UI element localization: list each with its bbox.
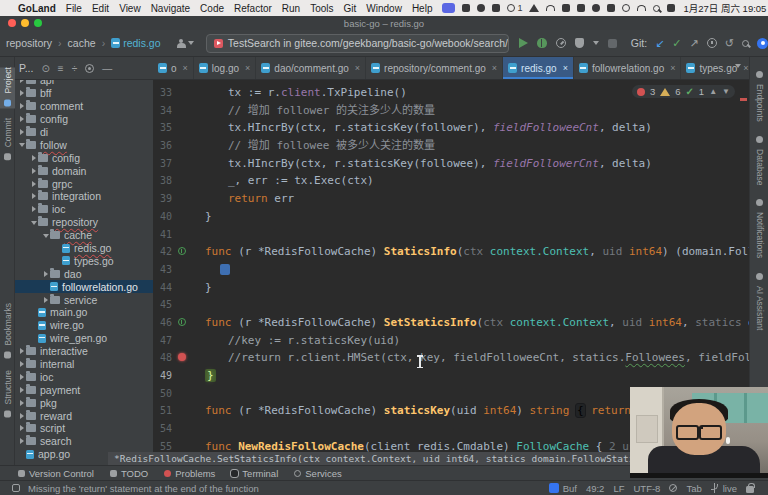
code-line[interactable]: 35tx.HIncrBy(ctx, r.staticsKey(follower)… xyxy=(153,119,749,137)
tree-row-interactive[interactable]: interactive xyxy=(15,345,153,358)
tree-row-ioc[interactable]: ioc xyxy=(15,203,153,216)
paw-icon[interactable] xyxy=(492,4,500,12)
menu-item-navigate[interactable]: Navigate xyxy=(151,3,190,14)
expand-arrow-icon[interactable] xyxy=(17,102,26,111)
tool-stripe-endpoints[interactable]: Endpoints xyxy=(750,69,768,122)
run-button[interactable] xyxy=(519,38,528,48)
record-icon[interactable] xyxy=(592,4,600,12)
inspection-status-icon[interactable] xyxy=(12,484,20,492)
code-line[interactable]: 37tx.HIncrBy(ctx, r.staticsKey(followee)… xyxy=(153,155,749,173)
expand-arrow-icon[interactable] xyxy=(41,295,50,304)
tool-stripe-project[interactable]: Project xyxy=(0,67,15,108)
code-line[interactable]: 44} xyxy=(153,279,749,297)
tab-dao-comment-go[interactable]: dao/comment.go× xyxy=(256,57,366,79)
profile-icon[interactable] xyxy=(177,39,184,48)
divider-icon[interactable]: ÷ xyxy=(72,63,78,74)
close-tab-icon[interactable]: × xyxy=(563,63,568,73)
expand-arrow-icon[interactable] xyxy=(17,411,26,420)
expand-arrow-icon[interactable] xyxy=(17,360,26,369)
tree-row-redis-go[interactable]: redis.go xyxy=(15,242,153,255)
expand-arrow-icon[interactable] xyxy=(17,89,26,98)
tab-followrelation-go[interactable]: followrelation.go× xyxy=(574,57,682,79)
code-with-me-icon[interactable] xyxy=(757,38,768,49)
tree-row-dao[interactable]: dao xyxy=(15,267,153,280)
breadcrumb-file[interactable]: redis.go xyxy=(111,37,160,49)
tree-row-search[interactable]: search xyxy=(15,435,153,448)
close-tab-icon[interactable]: × xyxy=(670,63,675,73)
implemented-marker-icon[interactable] xyxy=(178,247,186,255)
toolwindow-button-services[interactable]: Services xyxy=(294,468,341,479)
status-widget-lf[interactable]: LF xyxy=(613,483,624,494)
prev-problem-icon[interactable]: ▲ xyxy=(709,87,717,96)
chevron-down-icon[interactable] xyxy=(593,41,599,45)
close-window-button[interactable] xyxy=(8,19,16,27)
tree-row-types-go[interactable]: types.go xyxy=(15,254,153,267)
status-widget-utf-8[interactable]: UTF-8 xyxy=(633,483,660,494)
tree-row-domain[interactable]: domain xyxy=(15,164,153,177)
binoculars-icon[interactable] xyxy=(622,4,630,12)
expand-arrow-icon[interactable] xyxy=(29,179,38,188)
close-tab-icon[interactable]: × xyxy=(245,63,250,73)
tree-row-cache[interactable]: cache xyxy=(15,229,153,242)
tree-row-main-go[interactable]: main.go xyxy=(15,306,153,319)
rollback-icon[interactable]: ↺ xyxy=(725,37,734,50)
tab-redis-go[interactable]: redis.go× xyxy=(503,57,574,79)
tree-row-integration[interactable]: integration xyxy=(15,190,153,203)
minimize-window-button[interactable] xyxy=(21,19,29,27)
menu-item-refactor[interactable]: Refactor xyxy=(234,3,272,14)
menu-item-file[interactable]: File xyxy=(66,3,82,14)
zoom-window-button[interactable] xyxy=(34,19,42,27)
next-problem-icon[interactable]: ▼ xyxy=(722,87,730,96)
code-line[interactable]: 49} xyxy=(153,367,749,385)
tree-row-repository[interactable]: repository xyxy=(15,216,153,229)
code-line[interactable]: 41 xyxy=(153,226,749,244)
code-line[interactable]: 42func (r *RedisFollowCache) StaticsInfo… xyxy=(153,243,749,261)
expand-arrow-icon[interactable] xyxy=(17,437,26,446)
tree-row-grpc[interactable]: grpc xyxy=(15,177,153,190)
collapse-all-icon[interactable]: ≡ xyxy=(58,63,64,74)
tool-stripe-notifications[interactable]: Notifications xyxy=(750,197,768,258)
square-icon[interactable] xyxy=(607,4,615,12)
tool-stripe-database[interactable]: Database xyxy=(750,134,768,185)
close-tab-icon[interactable]: × xyxy=(355,63,360,73)
expand-arrow-icon[interactable] xyxy=(29,192,38,201)
close-tab-icon[interactable]: × xyxy=(492,63,497,73)
hide-panel-icon[interactable]: — xyxy=(102,63,112,74)
debug-button[interactable] xyxy=(537,38,547,48)
status-widget-lock[interactable] xyxy=(746,483,754,493)
folded-region-marker[interactable] xyxy=(220,264,230,275)
code-line[interactable]: 40} xyxy=(153,208,749,226)
expand-arrow-icon[interactable] xyxy=(17,128,26,137)
tool-stripe-bookmarks[interactable]: Bookmarks xyxy=(0,303,15,361)
tree-row-followrelation-go[interactable]: followrelation.go xyxy=(15,280,153,293)
box-icon[interactable] xyxy=(462,4,470,12)
mountains-icon[interactable] xyxy=(529,4,539,12)
app-menu-goland[interactable]: GoLand xyxy=(18,3,56,14)
tree-row-comment[interactable]: comment xyxy=(15,100,153,113)
tab-log-go[interactable]: log.go× xyxy=(194,57,257,79)
expand-arrow-icon[interactable] xyxy=(29,218,38,227)
tree-row-wire-go[interactable]: wire.go xyxy=(15,319,153,332)
git-update-icon[interactable]: ↙ xyxy=(655,37,664,50)
tool-stripe-ai-assistant[interactable]: AI Assistant xyxy=(750,271,768,330)
expand-arrow-icon[interactable] xyxy=(41,269,50,278)
battery-icon[interactable] xyxy=(577,4,585,12)
tree-row-internal[interactable]: internal xyxy=(15,358,153,371)
expand-arrow-icon[interactable] xyxy=(29,166,38,175)
breadcrumb-item[interactable]: repository xyxy=(6,37,52,49)
tool-stripe-structure[interactable]: Structure xyxy=(0,370,15,420)
code-line[interactable]: 39return err xyxy=(153,190,749,208)
tree-row-di[interactable]: di xyxy=(15,126,153,139)
code-line[interactable]: 43 xyxy=(153,261,749,279)
tab-o[interactable]: o× xyxy=(153,57,194,79)
code-line[interactable]: 46func (r *RedisFollowCache) SetStaticsI… xyxy=(153,314,749,332)
expand-arrow-icon[interactable] xyxy=(17,385,26,394)
tab-repository-comment-go[interactable]: repository/comment.go× xyxy=(366,57,503,79)
toolwindow-button-version-control[interactable]: Version Control xyxy=(18,468,94,479)
tab-list-chevron-icon[interactable] xyxy=(735,64,741,68)
code-line[interactable]: 38_, err := tx.Exec(ctx) xyxy=(153,172,749,190)
run-configuration-select[interactable]: TestSearch in gitee.com/geekbang/basic-g… xyxy=(206,34,509,53)
tool-stripe-commit[interactable]: Commit xyxy=(0,118,15,162)
toolwindow-button-todo[interactable]: TODO xyxy=(110,468,148,479)
inspections-widget[interactable]: 3 6 ✓ 1 ▲ ▼ xyxy=(632,85,735,98)
